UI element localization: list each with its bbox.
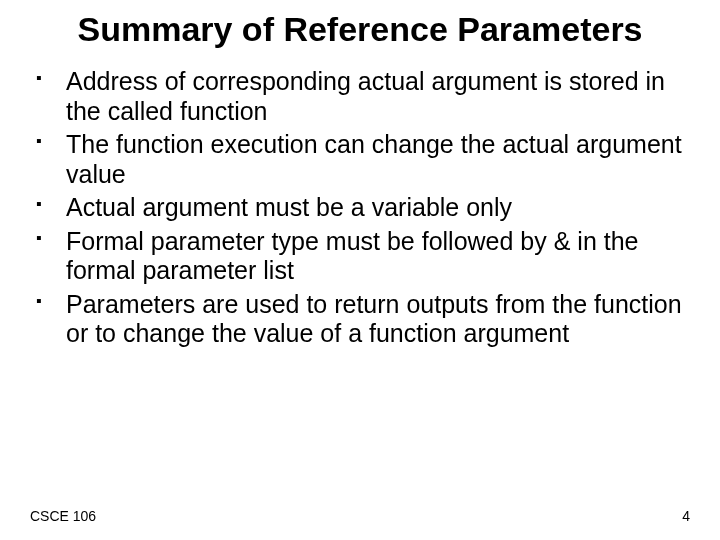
- list-item: Formal parameter type must be followed b…: [60, 227, 690, 286]
- slide: Summary of Reference Parameters Address …: [0, 0, 720, 540]
- footer: CSCE 106 4: [30, 508, 690, 524]
- footer-page-number: 4: [682, 508, 690, 524]
- list-item: Actual argument must be a variable only: [60, 193, 690, 223]
- slide-title: Summary of Reference Parameters: [30, 10, 690, 49]
- bullet-list: Address of corresponding actual argument…: [30, 67, 690, 349]
- footer-left: CSCE 106: [30, 508, 96, 524]
- list-item: Parameters are used to return outputs fr…: [60, 290, 690, 349]
- list-item: The function execution can change the ac…: [60, 130, 690, 189]
- list-item: Address of corresponding actual argument…: [60, 67, 690, 126]
